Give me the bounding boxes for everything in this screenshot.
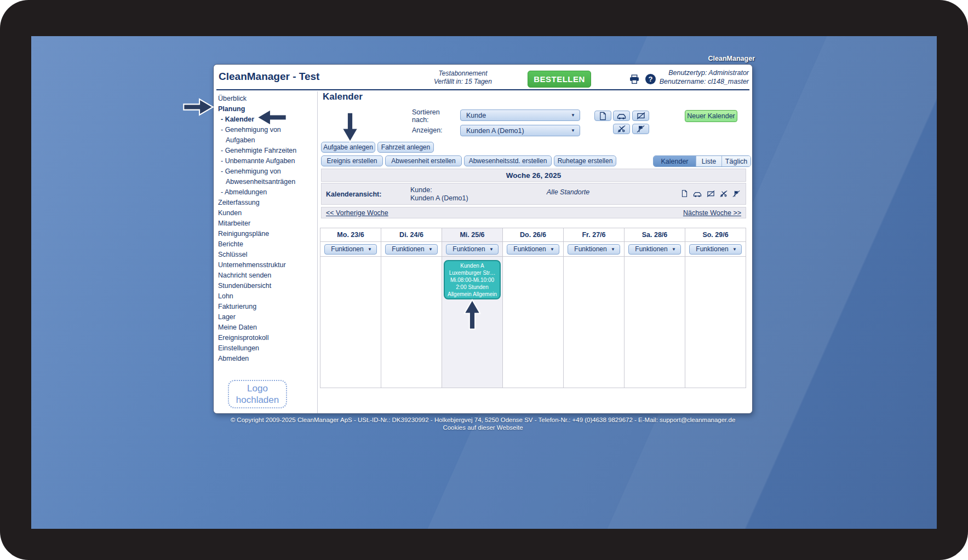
sort-dropdown[interactable]: Kunde ▼ bbox=[460, 109, 580, 121]
main-content: Kalender Sortieren nach: Anzeigen: Kunde… bbox=[317, 91, 752, 413]
next-week-link[interactable]: Nächste Woche >> bbox=[683, 209, 741, 217]
copyright-text: © Copyright 2009-2025 CleanManager ApS -… bbox=[213, 416, 753, 424]
chevron-down-icon: ▼ bbox=[672, 247, 676, 252]
prev-week-link[interactable]: << Vorherige Woche bbox=[326, 209, 388, 217]
day-cell[interactable] bbox=[320, 257, 381, 388]
user-type: Benutzertyp: Administrator bbox=[660, 68, 749, 77]
no-scissors-icon[interactable] bbox=[613, 124, 630, 134]
create-rest-days-button[interactable]: Ruhetage erstellen bbox=[554, 155, 616, 166]
app-title: CleanManager - Test bbox=[219, 71, 319, 83]
chevron-down-icon: ▼ bbox=[571, 128, 575, 133]
sidebar-item-reinigungsplaene[interactable]: Reinigungspläne bbox=[218, 229, 306, 239]
sidebar-item-schluessel[interactable]: Schlüssel bbox=[218, 250, 306, 260]
chevron-down-icon: ▼ bbox=[571, 113, 575, 118]
page-title: Kalender bbox=[323, 91, 363, 102]
logo-upload-button[interactable]: Logo hochladen bbox=[228, 380, 287, 408]
sidebar-item-genehmigung-von-aufgaben[interactable]: - Genehmigung von Aufgaben bbox=[221, 125, 306, 146]
sidebar-nav: Überblick Planung - Kalender - Genehmigu… bbox=[214, 91, 306, 364]
sidebar-item-unternehmensstruktur[interactable]: Unternehmensstruktur bbox=[218, 260, 306, 270]
calendar-event[interactable]: Kunden A Luxemburger Str… Mi.08:00-Mi.10… bbox=[444, 260, 501, 299]
funktionen-dropdown[interactable]: Funktionen▼ bbox=[689, 244, 742, 255]
tab-kalender[interactable]: Kalender bbox=[654, 156, 696, 166]
sidebar-item-lager[interactable]: Lager bbox=[218, 312, 306, 322]
document-icon[interactable] bbox=[594, 111, 611, 121]
tab-liste[interactable]: Liste bbox=[696, 156, 722, 166]
funktionen-dropdown[interactable]: Funktionen▼ bbox=[446, 244, 499, 255]
sidebar-item-abmelden[interactable]: Abmelden bbox=[218, 354, 306, 364]
create-event-button[interactable]: Ereignis erstellen bbox=[321, 155, 383, 166]
no-area-icon[interactable] bbox=[707, 190, 715, 198]
sidebar-item-stundenuebersicht[interactable]: Stundenübersicht bbox=[218, 281, 306, 291]
day-cell[interactable] bbox=[625, 257, 685, 388]
car-icon[interactable] bbox=[693, 190, 702, 198]
sidebar-item-abmeldungen[interactable]: - Abmeldungen bbox=[221, 187, 306, 198]
customer-label: Kunde: bbox=[410, 186, 468, 194]
header-icons: ? bbox=[629, 74, 656, 84]
no-scissors-icon[interactable] bbox=[720, 190, 728, 198]
cookies-link[interactable]: Cookies auf dieser Webseite bbox=[213, 424, 753, 431]
day-cell[interactable] bbox=[685, 257, 746, 388]
sidebar-item-lohn[interactable]: Lohn bbox=[218, 291, 306, 302]
sidebar-item-berichte[interactable]: Berichte bbox=[218, 239, 306, 250]
sidebar-item-fakturierung[interactable]: Fakturierung bbox=[218, 302, 306, 312]
subscription-type: Testabonnement bbox=[422, 70, 504, 78]
help-icon[interactable]: ? bbox=[645, 74, 656, 84]
funktionen-dropdown[interactable]: Funktionen▼ bbox=[385, 244, 438, 255]
day-column: Sa. 28/6 Funktionen▼ bbox=[625, 228, 685, 388]
show-dropdown-value: Kunden A (Demo1) bbox=[466, 127, 524, 135]
day-cell[interactable] bbox=[381, 257, 442, 388]
document-icon[interactable] bbox=[681, 189, 688, 198]
printer-icon[interactable] bbox=[629, 74, 640, 84]
pointer-arrow-up-icon bbox=[462, 299, 483, 331]
sidebar-item-mitarbeiter[interactable]: Mitarbeiter bbox=[218, 218, 306, 229]
day-column: So. 29/6 Funktionen▼ bbox=[685, 228, 746, 388]
user-name: Benutzername: cl148_master bbox=[660, 77, 749, 86]
order-button[interactable]: BESTELLEN bbox=[528, 71, 591, 88]
sidebar-item-unbemannte-aufgaben[interactable]: - Unbemannte Aufgaben bbox=[221, 156, 306, 166]
sidebar-item-nachricht-senden[interactable]: Nachricht senden bbox=[218, 270, 306, 281]
day-header: Di. 24/6 bbox=[381, 228, 442, 242]
create-drive-time-button[interactable]: Fahrzeit anlegen bbox=[377, 142, 434, 153]
day-cell[interactable] bbox=[503, 257, 563, 388]
sidebar-item-einstellungen[interactable]: Einstellungen bbox=[218, 343, 306, 354]
funktionen-dropdown[interactable]: Funktionen▼ bbox=[628, 244, 681, 255]
new-calendar-button[interactable]: Neuer Kalender bbox=[685, 110, 737, 122]
user-info: Benutzertyp: Administrator Benutzername:… bbox=[660, 68, 749, 86]
show-label: Anzeigen: bbox=[412, 126, 456, 134]
day-header: Mo. 23/6 bbox=[320, 228, 381, 242]
day-column: Fr. 27/6 Funktionen▼ bbox=[564, 228, 625, 388]
tab-taeglich[interactable]: Täglich bbox=[722, 156, 751, 166]
sidebar: Überblick Planung - Kalender - Genehmigu… bbox=[214, 91, 317, 413]
chevron-down-icon: ▼ bbox=[611, 247, 615, 252]
show-dropdown[interactable]: Kunden A (Demo1) ▼ bbox=[460, 125, 580, 136]
chevron-down-icon: ▼ bbox=[489, 247, 494, 252]
no-area-icon[interactable] bbox=[632, 111, 649, 121]
day-header: Mi. 25/6 bbox=[442, 228, 502, 242]
calendar-view-label: Kalenderansicht: bbox=[326, 190, 381, 198]
funktionen-dropdown[interactable]: Funktionen▼ bbox=[507, 244, 559, 255]
funktionen-dropdown[interactable]: Funktionen▼ bbox=[568, 244, 620, 255]
customer-info: Kunde: Kunden A (Demo1) bbox=[410, 186, 468, 203]
calendar-grid: Mo. 23/6 Funktionen▼ Di. 24/6 Funktionen… bbox=[320, 228, 746, 388]
create-task-button[interactable]: Aufgabe anlegen bbox=[321, 142, 375, 153]
chevron-down-icon: ▼ bbox=[550, 247, 554, 252]
event-category: Allgemein Allgemein bbox=[445, 291, 500, 298]
sidebar-item-zeiterfassung[interactable]: Zeiterfassung bbox=[218, 198, 306, 208]
sidebar-item-ueberblick[interactable]: Überblick bbox=[218, 94, 306, 104]
sidebar-item-meine-daten[interactable]: Meine Daten bbox=[218, 322, 306, 333]
no-flag-icon[interactable] bbox=[732, 190, 740, 198]
calendar-view-bar: Kalenderansicht: Kunde: Kunden A (Demo1)… bbox=[321, 183, 746, 205]
day-cell[interactable] bbox=[564, 257, 624, 388]
day-column: Di. 24/6 Funktionen▼ bbox=[381, 228, 442, 388]
create-absence-button[interactable]: Abwesenheit erstellen bbox=[385, 155, 462, 166]
sidebar-item-kunden[interactable]: Kunden bbox=[218, 208, 306, 218]
car-icon[interactable] bbox=[613, 111, 630, 121]
subscription-expiry: Verfällt in: 15 Tagen bbox=[422, 78, 504, 86]
event-time: Mi.08:00-Mi.10:00 bbox=[445, 276, 500, 284]
sidebar-item-ereignisprotokoll[interactable]: Ereignisprotokoll bbox=[218, 333, 306, 343]
sidebar-item-genehmigte-fahrzeiten[interactable]: - Genehmigte Fahrzeiten bbox=[221, 146, 306, 156]
create-absence-hours-button[interactable]: Abwesenheitsstd. erstellen bbox=[464, 155, 552, 166]
no-flag-icon[interactable] bbox=[632, 124, 649, 134]
sidebar-item-genehmigung-von-abwesenheitsantraegen[interactable]: - Genehmigung von Abwesenheitsanträgen bbox=[221, 166, 306, 187]
funktionen-dropdown[interactable]: Funktionen▼ bbox=[324, 244, 377, 255]
